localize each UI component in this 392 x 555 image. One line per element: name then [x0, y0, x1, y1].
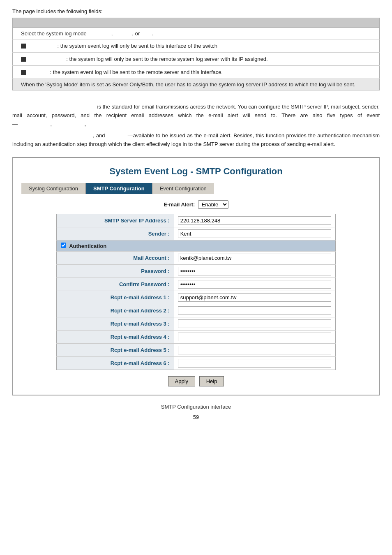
value-confirm-password[interactable] [174, 278, 336, 291]
input-password[interactable] [178, 267, 331, 275]
summary-text: When the 'Syslog Mode' item is set as Se… [13, 79, 380, 90]
label-confirm-password: Confirm Password : [57, 278, 174, 291]
tab-bar: Syslog Configuration SMTP Configuration … [21, 183, 371, 194]
value-rcpt-3[interactable] [174, 317, 336, 330]
value-password[interactable] [174, 264, 336, 278]
intro-text: The page includes the following fields: [12, 8, 380, 14]
label-rcpt-4: Rcpt e-mail Address 4 : [57, 330, 174, 343]
row-rcpt-3: Rcpt e-mail Address 3 : [57, 317, 336, 330]
bullet-row-2: : the system log will only be sent to th… [13, 53, 380, 66]
description-para1: is the standard for email transmissions … [12, 103, 380, 128]
value-rcpt-5[interactable] [174, 343, 336, 356]
bullet-icon-2 [21, 57, 26, 62]
input-sender[interactable] [178, 229, 331, 238]
input-rcpt-2[interactable] [178, 306, 331, 315]
row-rcpt-4: Rcpt e-mail Address 4 : [57, 330, 336, 343]
description-section: is the standard for email transmissions … [12, 103, 380, 149]
label-rcpt-2: Rcpt e-mail Address 2 : [57, 304, 174, 317]
auth-header-row: Authentication [57, 240, 336, 251]
tab-syslog[interactable]: Syslog Configuration [21, 183, 86, 194]
row-rcpt-5: Rcpt e-mail Address 5 : [57, 343, 336, 356]
bullet-row-3: : the system event log will be sent to t… [13, 66, 380, 79]
label-mail-account: Mail Account : [57, 251, 174, 264]
input-rcpt-5[interactable] [178, 346, 331, 354]
input-rcpt-4[interactable] [178, 333, 331, 341]
input-confirm-password[interactable] [178, 280, 331, 289]
row-password: Password : [57, 264, 336, 278]
value-smtp-server-ip[interactable] [174, 214, 336, 227]
row-confirm-password: Confirm Password : [57, 278, 336, 291]
email-alert-select[interactable]: Enable Disable [198, 200, 228, 209]
row-sender: Sender : [57, 227, 336, 240]
help-button[interactable]: Help [199, 376, 224, 386]
input-rcpt-1[interactable] [178, 293, 331, 302]
apply-button[interactable]: Apply [168, 376, 196, 386]
label-smtp-server-ip: SMTP Server IP Address : [57, 214, 174, 227]
value-rcpt-1[interactable] [174, 291, 336, 304]
label-rcpt-6: Rcpt e-mail Address 6 : [57, 356, 174, 370]
config-title: System Event Log - SMTP Configuration [21, 166, 371, 177]
button-row: Apply Help [21, 376, 371, 386]
row-mail-account: Mail Account : [57, 251, 336, 264]
value-rcpt-6[interactable] [174, 356, 336, 370]
value-sender[interactable] [174, 227, 336, 240]
caption: SMTP Configuration interface [12, 404, 380, 410]
tab-smtp[interactable]: SMTP Configuration [86, 183, 152, 194]
row-rcpt-6: Rcpt e-mail Address 6 : [57, 356, 336, 370]
value-rcpt-2[interactable] [174, 304, 336, 317]
label-rcpt-5: Rcpt e-mail Address 5 : [57, 343, 174, 356]
row-rcpt-2: Rcpt e-mail Address 2 : [57, 304, 336, 317]
label-sender: Sender : [57, 227, 174, 240]
auth-checkbox[interactable] [61, 243, 66, 248]
value-mail-account[interactable] [174, 251, 336, 264]
config-box: System Event Log - SMTP Configuration Sy… [12, 157, 380, 395]
input-smtp-server-ip[interactable] [178, 216, 331, 225]
input-mail-account[interactable] [178, 254, 331, 262]
bullet-row-1: : the system event log will only be sent… [13, 39, 380, 53]
value-rcpt-4[interactable] [174, 330, 336, 343]
row-smtp-server-ip: SMTP Server IP Address : [57, 214, 336, 227]
auth-header-cell: Authentication [57, 240, 336, 251]
bullet-icon-1 [21, 44, 26, 49]
label-rcpt-1: Rcpt e-mail Address 1 : [57, 291, 174, 304]
email-alert-label: E-mail Alert: [164, 201, 195, 208]
input-rcpt-6[interactable] [178, 359, 331, 368]
label-password: Password : [57, 264, 174, 278]
tab-event[interactable]: Event Configuration [152, 183, 214, 194]
bullet-icon-3 [21, 70, 26, 75]
page-number: 59 [12, 414, 380, 420]
smtp-form-table: SMTP Server IP Address : Sender : Authen… [56, 214, 336, 370]
auth-header-label: Authentication [69, 243, 106, 249]
email-alert-row: E-mail Alert: Enable Disable [21, 200, 371, 209]
description-para2: , and —available to be issued as the e-m… [12, 132, 380, 149]
log-mode-select-text: Select the system log mode— , , or . [13, 28, 380, 39]
row-rcpt-1: Rcpt e-mail Address 1 : [57, 291, 336, 304]
label-rcpt-3: Rcpt e-mail Address 3 : [57, 317, 174, 330]
input-rcpt-3[interactable] [178, 319, 331, 328]
info-table-header [13, 18, 380, 28]
